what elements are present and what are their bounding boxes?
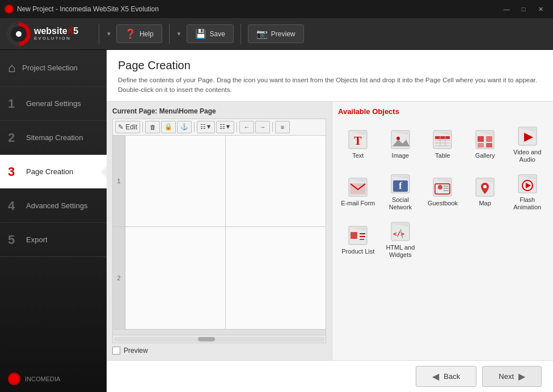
preview-button[interactable]: 📷 Preview (248, 24, 304, 43)
objects-title: Available Objects (338, 107, 547, 116)
sidebar-item-page-creation[interactable]: 3 Page Creation (0, 155, 107, 189)
object-guestbook-label: Guestbook (428, 200, 458, 207)
object-gallery[interactable]: Gallery (465, 121, 505, 167)
help-icon: ❓ (125, 28, 136, 39)
cell-2-2[interactable] (226, 227, 326, 329)
object-text[interactable]: T Text (338, 121, 378, 167)
object-gallery-label: Gallery (475, 152, 495, 159)
object-video-audio[interactable]: Video and Audio (507, 121, 547, 167)
move-left-button[interactable]: ← (239, 121, 254, 133)
flash-icon (516, 174, 539, 194)
cell-1-2[interactable] (226, 136, 326, 226)
save-button[interactable]: 💾 Save (187, 24, 234, 43)
object-product-label: Product List (341, 248, 374, 255)
objects-panel: Available Objects T Text (332, 102, 553, 361)
object-flash-label: Flash Animation (509, 196, 545, 211)
maximize-button[interactable]: □ (516, 3, 531, 15)
lock-button[interactable]: 🔒 (161, 121, 176, 133)
minimize-button[interactable]: — (499, 3, 514, 15)
help-button[interactable]: ❓ Help (116, 24, 162, 43)
object-html-widgets[interactable]: </> HTML and Widgets (381, 217, 421, 262)
canvas-row-2: 2 (113, 227, 326, 330)
svg-rect-17 (478, 136, 484, 142)
object-table-label: Table (435, 152, 450, 159)
sidebar-item-general-settings[interactable]: 1 General Settings (0, 87, 107, 121)
help-label: Help (140, 30, 154, 38)
object-image-label: Image (392, 152, 410, 159)
back-button[interactable]: ◀ Back (416, 366, 476, 387)
sidebar-item-project-selection[interactable]: ⌂ Project Selection (0, 50, 107, 87)
content-header: Page Creation Define the contents of you… (107, 50, 553, 102)
next-label: Next (499, 372, 514, 381)
sidebar-item-export[interactable]: 5 Export (0, 223, 107, 257)
anchor-button[interactable]: ⚓ (177, 121, 192, 133)
sidebar: ⌂ Project Selection 1 General Settings 2… (0, 50, 107, 392)
more-button[interactable]: ≡ (275, 121, 290, 133)
sidebar-label-project-selection: Project Selection (22, 64, 78, 73)
preview-checkbox[interactable] (112, 347, 120, 355)
sidebar-spacer (0, 257, 107, 366)
row-1-cells (125, 136, 326, 226)
social-icon: f (389, 174, 412, 194)
cell-2-1[interactable] (125, 227, 226, 329)
step-num-2: 2 (8, 130, 19, 145)
svg-text:T: T (354, 134, 362, 147)
object-social-network[interactable]: f Social Network (381, 169, 421, 214)
image-icon (389, 129, 412, 150)
page-title: Page Creation (118, 59, 542, 72)
app-icon (5, 5, 14, 14)
edit-button[interactable]: ✎ Edit (115, 121, 140, 133)
grid-button[interactable]: ☷▼ (197, 121, 215, 133)
layout-button[interactable]: ☷▼ (216, 121, 234, 133)
save-label: Save (210, 30, 225, 38)
object-social-label: Social Network (383, 196, 419, 211)
sidebar-item-advanced-settings[interactable]: 4 Advanced Settings (0, 189, 107, 223)
window-controls: — □ ✕ (499, 3, 548, 15)
object-image[interactable]: Image (381, 121, 421, 167)
delete-button[interactable]: 🗑 (145, 121, 160, 133)
footer: ◀ Back Next ▶ (107, 360, 553, 392)
svg-rect-19 (478, 143, 484, 147)
sidebar-item-sitemap-creation[interactable]: 2 Sitemap Creation (0, 121, 107, 155)
sidebar-label-page-creation: Page Creation (26, 167, 73, 176)
step-num-3: 3 (8, 165, 19, 179)
logo: websiteX5 EVOLUTION (7, 22, 81, 47)
gallery-icon (474, 129, 496, 150)
next-arrow-icon: ▶ (518, 371, 525, 382)
object-product-list[interactable]: Product List (338, 217, 378, 262)
help-dropdown-arrow[interactable]: ▼ (106, 31, 112, 37)
text-icon: T (347, 129, 369, 150)
preview-icon: 📷 (256, 28, 268, 39)
object-flash-animation[interactable]: Flash Animation (507, 169, 547, 214)
object-map[interactable]: Map (465, 169, 505, 214)
object-table[interactable]: Table (423, 121, 463, 167)
object-email-form[interactable]: E-mail Form (338, 169, 378, 214)
toolbar: websiteX5 EVOLUTION ▼ ❓ Help ▼ 💾 Save 📷 … (0, 18, 553, 50)
table-icon (431, 129, 454, 150)
next-button[interactable]: Next ▶ (482, 366, 542, 387)
ed-sep-2 (194, 122, 195, 132)
move-right-button[interactable]: → (255, 121, 270, 133)
editor-panel: Current Page: Menu\Home Page ✎ Edit 🗑 🔒 … (107, 102, 332, 361)
email-icon (347, 177, 369, 197)
object-email-label: E-mail Form (341, 200, 375, 207)
object-guestbook[interactable]: Guestbook (423, 169, 463, 214)
preview-label: Preview (271, 30, 296, 38)
svg-rect-9 (435, 136, 450, 139)
preview-bar: Preview (112, 347, 326, 355)
content-body: Current Page: Menu\Home Page ✎ Edit 🗑 🔒 … (107, 102, 553, 361)
editor-canvas[interactable]: 1 2 (112, 135, 326, 336)
cell-1-1[interactable] (125, 136, 226, 226)
svg-text:</>: </> (393, 230, 404, 238)
editor-scrollbar[interactable] (112, 335, 326, 343)
close-button[interactable]: ✕ (533, 3, 548, 15)
window-title: New Project - Incomedia WebSite X5 Evolu… (17, 5, 495, 13)
sidebar-bottom: INCOMEDIA (0, 366, 107, 392)
save-dropdown-arrow[interactable]: ▼ (176, 31, 182, 37)
product-icon (347, 225, 369, 246)
active-indicator (101, 166, 107, 178)
sidebar-label-export: Export (26, 235, 48, 245)
current-page-label: Current Page: Menu\Home Page (112, 107, 326, 115)
incomedia-brand: INCOMEDIA (25, 376, 60, 382)
objects-grid: T Text (338, 121, 547, 263)
